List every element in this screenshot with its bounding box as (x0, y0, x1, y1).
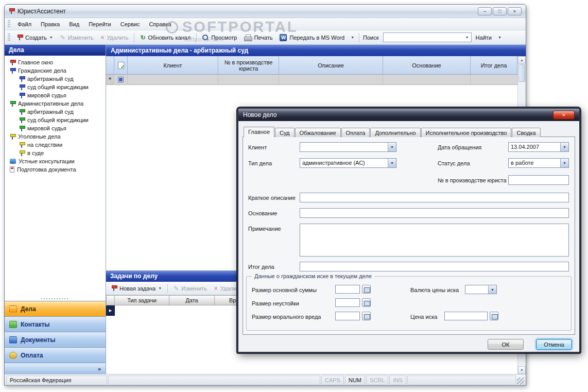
tree-item[interactable]: мировой судья (6, 91, 105, 99)
menu-item[interactable]: Правка (36, 19, 64, 29)
search-input[interactable] (384, 33, 463, 41)
column-header-date[interactable]: Дата (169, 295, 215, 305)
nav-button[interactable]: Контакты (5, 316, 106, 332)
dialog-tab[interactable]: Оплата (341, 128, 370, 137)
toolbar-overflow-icon[interactable]: ▼ (349, 34, 356, 41)
send-to-word-button[interactable]: W Передать в MS Word (276, 32, 348, 43)
checkbox[interactable] (118, 77, 124, 82)
column-header-description[interactable]: Описание (279, 56, 383, 75)
chevron-down-icon[interactable]: ▼ (560, 143, 568, 151)
dialog-tab[interactable]: Обжалование (295, 128, 341, 137)
column-header-task-type[interactable]: Тип задачи (115, 295, 169, 305)
new-record-row[interactable]: * (106, 75, 517, 85)
refresh-button[interactable]: ↻ Обновить канал (137, 33, 194, 42)
tree-item[interactable]: Подготовка документа (6, 165, 105, 174)
cancel-button[interactable]: Отмена (536, 339, 572, 350)
menu-item[interactable]: Справка (144, 19, 176, 29)
menu-item[interactable]: Файл (13, 19, 36, 29)
ok-button[interactable]: ОК (488, 339, 524, 350)
nav-chevron-button[interactable]: » (5, 363, 106, 374)
dialog-tab[interactable]: Дополнительно (370, 128, 420, 137)
menu-item[interactable]: Перейти (84, 19, 116, 29)
minimize-button[interactable]: – (478, 7, 492, 15)
dialog-tab[interactable]: Суд (275, 128, 295, 137)
note-textarea[interactable] (300, 224, 569, 257)
row-selector[interactable]: * (106, 75, 114, 85)
tree-item[interactable]: арбитражный суд (6, 108, 105, 116)
nav-button[interactable]: Документы (5, 332, 106, 347)
scroll-up-icon[interactable]: ▲ (518, 56, 526, 64)
close-button[interactable]: × (508, 7, 522, 15)
moral-damage-input[interactable] (335, 312, 360, 320)
calc-button[interactable] (362, 285, 371, 294)
chevron-down-icon[interactable]: ▼ (560, 159, 568, 167)
date-combobox[interactable]: 13.04.2007 ▼ (508, 142, 569, 152)
cell-client[interactable] (128, 75, 218, 85)
new-task-button[interactable]: Новая задача ▼ (108, 283, 165, 293)
check-column-header[interactable]: ✓ (114, 56, 128, 75)
tree-item[interactable]: арбитражный суд (6, 75, 105, 83)
find-button[interactable]: Найти (473, 33, 495, 42)
principal-sum-input[interactable] (335, 285, 360, 294)
edit-task-button[interactable]: ✎ Изменить (170, 284, 210, 293)
maximize-button[interactable]: □ (493, 7, 507, 15)
nav-button[interactable]: Дела (5, 301, 106, 316)
column-header-client[interactable]: Клиент (128, 56, 218, 75)
column-header-case-number[interactable]: № в производстве юриста (218, 56, 279, 75)
create-button[interactable]: Создать ▼ (14, 32, 56, 42)
print-button[interactable]: Печать (241, 33, 275, 42)
menu-item[interactable]: Сервис (116, 19, 145, 29)
cell-basis[interactable] (383, 75, 471, 85)
toolbar-overflow-icon[interactable]: ▼ (496, 34, 504, 41)
calc-button[interactable] (490, 312, 498, 320)
tree-item[interactable]: Главное окно (6, 58, 105, 66)
case-type-combobox[interactable]: административное (АС) ▼ (300, 158, 396, 168)
chevron-down-icon[interactable]: ▼ (488, 285, 496, 294)
edit-button[interactable]: ✎ Изменить (57, 33, 97, 42)
resize-grip[interactable] (517, 378, 524, 385)
cell-result[interactable] (471, 75, 517, 85)
search-dropdown-icon[interactable]: ▼ (463, 36, 471, 39)
client-combobox[interactable]: ▼ (300, 142, 396, 152)
chevron-down-icon[interactable]: ▼ (388, 143, 396, 151)
scrollbar-thumb[interactable] (518, 64, 525, 82)
cell-description[interactable] (279, 75, 383, 85)
currency-combobox[interactable]: ▼ (465, 285, 497, 294)
task-row-selector[interactable]: ▶ (106, 305, 115, 316)
tree-item[interactable]: Гражданские дела (6, 66, 105, 75)
splitter-handle[interactable] (5, 296, 106, 301)
nav-label: Дела (21, 305, 36, 313)
result-input[interactable] (300, 262, 569, 271)
delete-button[interactable]: × Удалить (97, 33, 131, 42)
calc-button[interactable] (362, 312, 371, 320)
dialog-close-button[interactable]: × (553, 111, 575, 120)
claim-price-input[interactable] (444, 312, 488, 320)
menu-item[interactable]: Вид (64, 19, 84, 29)
case-status-combobox[interactable]: в работе ▼ (508, 158, 569, 168)
tree-item[interactable]: суд общей юрисдикции (6, 116, 105, 124)
dialog-tab[interactable]: Исполнительное производство (421, 128, 512, 137)
tree-item[interactable]: мировой судья (6, 124, 105, 132)
dialog-tab[interactable]: Сводка (512, 128, 540, 137)
tree-item[interactable]: суд общей юрисдикции (6, 83, 105, 91)
case-number-input[interactable] (508, 175, 569, 185)
dialog-tab[interactable]: Главное (244, 127, 274, 137)
column-header-basis[interactable]: Основание (383, 56, 471, 75)
printer-icon (244, 35, 251, 40)
tree-item[interactable]: Уголовные дела (6, 132, 105, 141)
calc-button[interactable] (362, 298, 371, 307)
tree-item[interactable]: на следствии (6, 141, 105, 149)
tree-item[interactable]: Устные консультации (6, 157, 105, 165)
column-header-result[interactable]: Итог дела (471, 56, 517, 75)
tree-item[interactable]: Административные дела (6, 99, 105, 108)
preview-button[interactable]: Просмотр (199, 33, 240, 42)
scroll-down-icon[interactable]: ▼ (518, 366, 526, 374)
summary-input[interactable] (300, 193, 569, 202)
cell-case-number[interactable] (218, 75, 279, 85)
chevron-down-icon[interactable]: ▼ (388, 159, 396, 167)
row-check-cell[interactable] (114, 75, 128, 85)
basis-input[interactable] (300, 208, 569, 218)
tree-item[interactable]: в суде (6, 149, 105, 157)
nav-button[interactable]: Оплата (5, 347, 106, 363)
penalty-input[interactable] (335, 298, 360, 307)
